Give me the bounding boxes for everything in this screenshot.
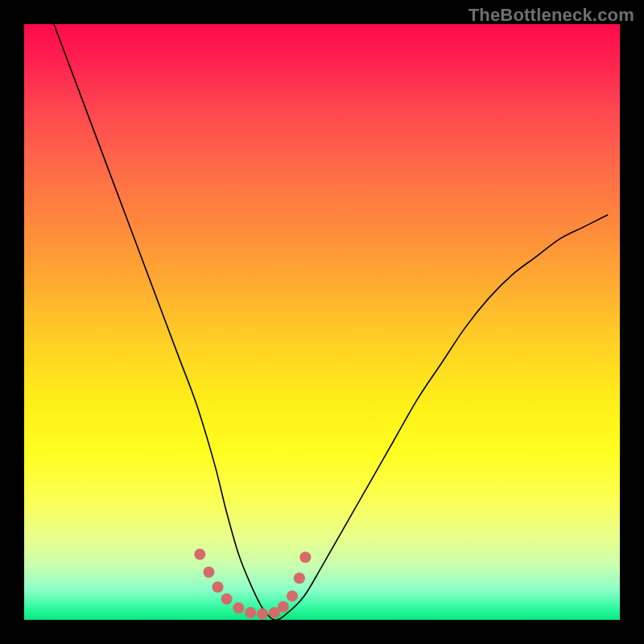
curve-marker (221, 593, 233, 605)
curve-marker (233, 602, 244, 613)
curve-marker (287, 590, 298, 601)
curve-marker (294, 572, 305, 584)
curve-marker (194, 549, 205, 560)
curve-marker (213, 581, 224, 592)
curve-marker (278, 601, 289, 613)
curve-marker (245, 607, 256, 618)
curve-markers (194, 549, 311, 620)
curve-marker (203, 567, 214, 578)
chart-frame: TheBottleneck.com (0, 0, 644, 644)
curve-marker (299, 551, 311, 563)
curve-layer (24, 24, 620, 620)
curve-marker (257, 609, 268, 620)
bottleneck-curve (54, 24, 608, 620)
plot-area (24, 24, 620, 620)
watermark-text: TheBottleneck.com (469, 5, 634, 26)
